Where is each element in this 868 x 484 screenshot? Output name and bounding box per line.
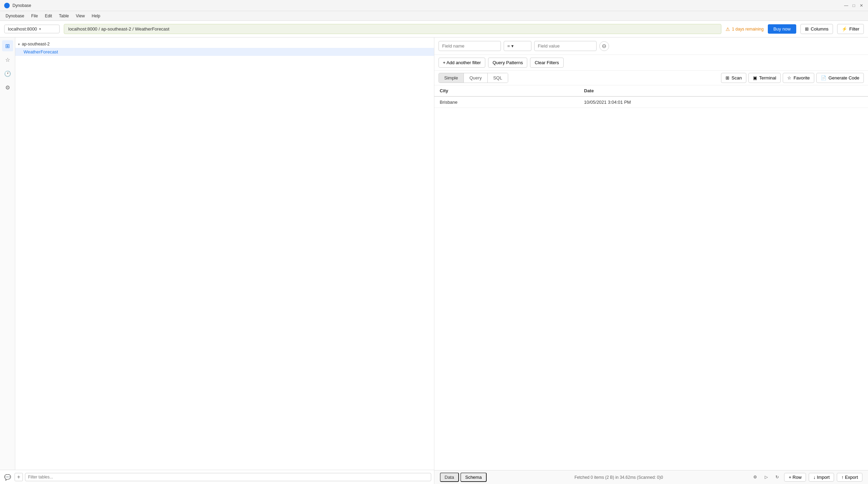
sidebar-nav: ⊞ ☆ 🕐 ⚙ <box>0 37 15 470</box>
refresh-icon[interactable]: ↻ <box>773 473 781 481</box>
tab-bar: Simple Query SQL ⊞ Scan ▣ Terminal ☆ Fav… <box>434 71 868 85</box>
trial-warning: ⚠ 1 days remaining <box>726 26 764 32</box>
main-content: ⊞ ☆ 🕐 ⚙ ▾ ap-southeast-2 WeatherForecast <box>0 37 868 484</box>
columns-label: Columns <box>811 26 828 32</box>
operator-chevron-icon: ▾ <box>511 43 514 49</box>
clear-filters-button[interactable]: Clear Filters <box>530 58 563 68</box>
app-title: Dynobase <box>12 3 844 8</box>
breadcrumb: localhost:8000 / ap-southeast-2 / Weathe… <box>64 24 721 34</box>
favorite-icon: ☆ <box>787 75 791 80</box>
window-controls: — □ ✕ <box>844 3 864 8</box>
app-container: localhost:8000 ▾ localhost:8000 / ap-sou… <box>0 21 868 484</box>
statusbar: Data Schema Fetched 0 items (2 B) in 34.… <box>434 470 868 484</box>
sidebar-nav-history[interactable]: 🕐 <box>2 68 13 79</box>
add-connection-button[interactable]: + <box>15 473 23 481</box>
tab-simple[interactable]: Simple <box>439 73 464 83</box>
generate-code-label: Generate Code <box>828 75 859 80</box>
statusbar-actions: ⚙ ▷ ↻ + Row ↓ Import ↑ Export <box>751 473 862 482</box>
filter-operator-select[interactable]: = ▾ <box>504 41 531 51</box>
cell-date: 10/05/2021 3:04:01 PM <box>579 96 868 108</box>
tab-data[interactable]: Data <box>440 473 459 482</box>
menubar: Dynobase File Edit Table View Help <box>0 11 868 21</box>
minimize-button[interactable]: — <box>844 3 849 8</box>
terminal-icon: ▣ <box>753 75 757 80</box>
column-date[interactable]: Date <box>579 85 868 96</box>
sidebar-nav-favorites[interactable]: ☆ <box>2 54 13 65</box>
region-label: ap-southeast-2 <box>22 42 50 46</box>
generate-code-button[interactable]: 📄 Generate Code <box>816 73 864 83</box>
topbar: localhost:8000 ▾ localhost:8000 / ap-sou… <box>0 21 868 37</box>
menu-file[interactable]: File <box>28 13 41 19</box>
connection-chevron-icon: ▾ <box>39 27 41 31</box>
sidebar-nav-settings[interactable]: ⚙ <box>2 82 13 93</box>
filter-field-input[interactable] <box>439 41 501 51</box>
table-row[interactable]: Brisbane 10/05/2021 3:04:01 PM <box>434 96 868 108</box>
cell-city: Brisbane <box>434 96 579 108</box>
scan-label: Scan <box>731 75 742 80</box>
column-city[interactable]: City <box>434 85 579 96</box>
connection-selector[interactable]: localhost:8000 ▾ <box>4 25 60 33</box>
view-tab-group: Simple Query SQL <box>439 73 508 83</box>
query-patterns-button[interactable]: Query Patterns <box>488 58 527 68</box>
table-label: WeatherForecast <box>24 49 58 54</box>
menu-dynobase[interactable]: Dynobase <box>3 13 27 19</box>
maximize-button[interactable]: □ <box>851 3 856 8</box>
app-logo <box>4 3 10 8</box>
connection-label: localhost:8000 <box>8 26 37 32</box>
add-filter-button[interactable]: + Add another filter <box>439 58 486 68</box>
tab-sql[interactable]: SQL <box>488 73 508 83</box>
tree-table-node[interactable]: WeatherForecast <box>15 48 434 56</box>
terminal-button[interactable]: ▣ Terminal <box>748 73 781 83</box>
filter-button[interactable]: ⚡ Filter <box>837 24 864 34</box>
warning-icon: ⚠ <box>726 26 730 32</box>
titlebar: Dynobase — □ ✕ <box>0 0 868 11</box>
table-header: City Date <box>434 85 868 96</box>
filter-icon: ⚡ <box>842 26 847 32</box>
menu-edit[interactable]: Edit <box>42 13 55 19</box>
export-button[interactable]: ↑ Export <box>837 473 862 482</box>
columns-icon: ⊞ <box>805 26 809 32</box>
menu-table[interactable]: Table <box>56 13 72 19</box>
filter-actions: + Add another filter Query Patterns Clea… <box>434 55 868 71</box>
favorite-button[interactable]: ☆ Favorite <box>783 73 814 83</box>
status-text: Fetched 0 items (2 B) in 34.62ms (Scanne… <box>491 475 747 480</box>
tab-schema[interactable]: Schema <box>460 473 487 482</box>
data-table: City Date Brisbane 10/05/2021 3:04:01 PM <box>434 85 868 108</box>
content-area: = ▾ ⊖ + Add another filter Query Pattern… <box>434 37 868 484</box>
columns-button[interactable]: ⊞ Columns <box>800 24 833 34</box>
statusbar-tabs: Data Schema <box>440 473 487 482</box>
favorite-label: Favorite <box>793 75 810 80</box>
import-button[interactable]: ↓ Import <box>809 473 834 482</box>
tab-query[interactable]: Query <box>464 73 487 83</box>
scan-button[interactable]: ⊞ Scan <box>721 73 746 83</box>
trial-text: 1 days remaining <box>732 27 764 32</box>
tree-panel: ▾ ap-southeast-2 WeatherForecast <box>15 37 434 470</box>
operator-label: = <box>507 43 510 49</box>
menu-view[interactable]: View <box>73 13 88 19</box>
filter-value-input[interactable] <box>534 41 597 51</box>
filter-row: = ▾ ⊖ <box>434 37 868 55</box>
scan-icon: ⊞ <box>726 75 729 80</box>
add-row-button[interactable]: + Row <box>784 473 806 482</box>
filter-remove-button[interactable]: ⊖ <box>599 41 609 51</box>
table-wrapper: City Date Brisbane 10/05/2021 3:04:01 PM <box>434 85 868 470</box>
settings-icon[interactable]: ⚙ <box>751 473 759 481</box>
buy-button[interactable]: Buy now <box>768 24 796 34</box>
menu-help[interactable]: Help <box>89 13 103 19</box>
region-chevron-icon: ▾ <box>18 42 20 46</box>
close-button[interactable]: ✕ <box>859 3 864 8</box>
filter-tables-input[interactable] <box>25 473 431 481</box>
terminal-label: Terminal <box>759 75 776 80</box>
filter-label: Filter <box>849 26 859 32</box>
tree-region-node[interactable]: ▾ ap-southeast-2 <box>15 40 434 48</box>
play-icon[interactable]: ▷ <box>762 473 770 481</box>
sidebar-nav-tables[interactable]: ⊞ <box>2 40 13 51</box>
table-body: Brisbane 10/05/2021 3:04:01 PM <box>434 96 868 108</box>
chat-icon[interactable]: 💬 <box>3 472 12 482</box>
sidebar-bottom: 💬 + <box>0 470 434 484</box>
generate-code-icon: 📄 <box>821 75 826 80</box>
